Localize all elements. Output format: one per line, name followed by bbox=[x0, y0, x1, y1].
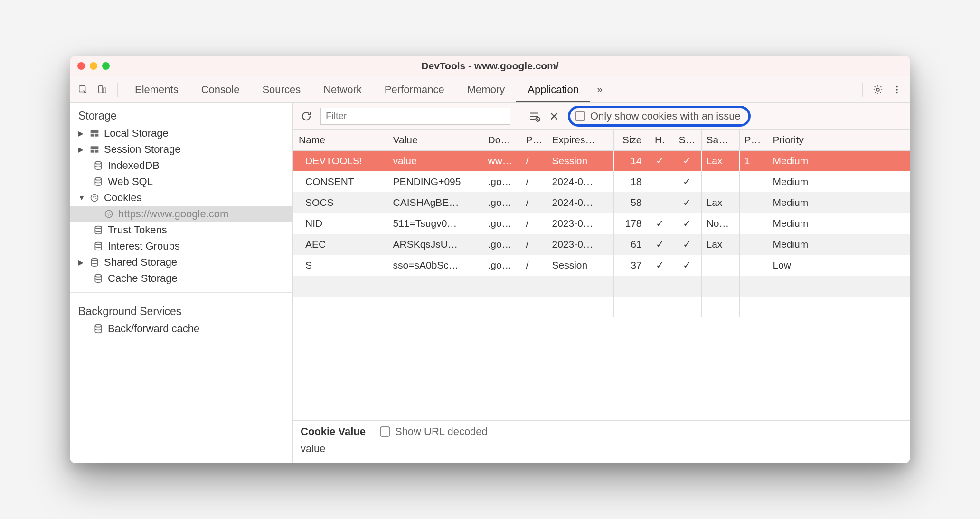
sidebar-item-shared-storage[interactable]: ▶ Shared Storage bbox=[70, 254, 292, 270]
sidebar-item-bfcache[interactable]: Back/forward cache bbox=[70, 321, 292, 337]
tabs-overflow-button[interactable]: » bbox=[590, 83, 609, 96]
svg-point-21 bbox=[107, 213, 108, 213]
col-httponly[interactable]: H. bbox=[647, 130, 673, 150]
table-icon bbox=[89, 145, 100, 154]
traffic-lights bbox=[77, 62, 110, 70]
tab-console[interactable]: Console bbox=[190, 76, 251, 102]
tab-performance[interactable]: Performance bbox=[373, 76, 456, 102]
sidebar-item-websql[interactable]: Web SQL bbox=[70, 174, 292, 190]
cell: Medium bbox=[768, 150, 910, 171]
cell bbox=[739, 255, 768, 276]
sidebar-item-session-storage[interactable]: ▶ Session Storage bbox=[70, 141, 292, 158]
table-row[interactable]: DEVTOOLS!valueww…/Session14✓✓Lax1Medium bbox=[293, 150, 910, 171]
expand-arrow-icon: ▶ bbox=[78, 130, 85, 137]
show-url-decoded-checkbox[interactable]: Show URL decoded bbox=[380, 426, 488, 438]
minimize-window-button[interactable] bbox=[90, 62, 97, 70]
cell: 178 bbox=[613, 213, 647, 234]
separator bbox=[70, 292, 292, 293]
svg-point-25 bbox=[95, 226, 101, 229]
device-toolbar-icon[interactable] bbox=[93, 84, 112, 95]
cell: / bbox=[521, 255, 547, 276]
sidebar-item-trust-tokens[interactable]: Trust Tokens bbox=[70, 222, 292, 238]
col-size[interactable]: Size bbox=[613, 130, 647, 150]
table-row[interactable]: Ssso=sA0bSc….go…/Session37✓✓Low bbox=[293, 255, 910, 276]
cell: .go… bbox=[483, 213, 521, 234]
settings-button[interactable] bbox=[868, 84, 887, 95]
checkbox-icon bbox=[575, 111, 585, 121]
col-value[interactable]: Value bbox=[388, 130, 483, 150]
cell: S bbox=[293, 255, 388, 276]
table-row[interactable]: AECARSKqsJsU….go…/2023-0…61✓✓LaxMedium bbox=[293, 234, 910, 255]
collapse-arrow-icon: ▼ bbox=[78, 194, 85, 202]
cell: Medium bbox=[768, 234, 910, 255]
refresh-button[interactable] bbox=[301, 111, 312, 122]
sidebar-item-cache-storage[interactable]: Cache Storage bbox=[70, 270, 292, 287]
svg-line-34 bbox=[537, 118, 539, 120]
col-secure[interactable]: S… bbox=[673, 130, 701, 150]
sidebar-item-cookie-origin[interactable]: https://www.google.com bbox=[70, 206, 292, 222]
close-window-button[interactable] bbox=[77, 62, 85, 70]
sidebar-item-local-storage[interactable]: ▶ Local Storage bbox=[70, 125, 292, 141]
cell: / bbox=[521, 150, 547, 171]
database-icon bbox=[93, 161, 104, 170]
background-group-label: Background Services bbox=[70, 298, 292, 321]
svg-point-18 bbox=[94, 198, 94, 199]
table-row-empty bbox=[293, 297, 910, 317]
expand-arrow-icon: ▶ bbox=[78, 146, 85, 153]
zoom-window-button[interactable] bbox=[102, 62, 110, 70]
svg-point-29 bbox=[95, 325, 101, 327]
cell: 2024-0… bbox=[547, 192, 613, 213]
cell: 2023-0… bbox=[547, 234, 613, 255]
table-row[interactable]: SOCSCAISHAgBE….go…/2024-0…58✓LaxMedium bbox=[293, 192, 910, 213]
svg-point-20 bbox=[105, 211, 113, 218]
tab-network[interactable]: Network bbox=[312, 76, 373, 102]
cell: Lax bbox=[701, 150, 739, 171]
checkbox-icon bbox=[380, 426, 390, 437]
cell: / bbox=[521, 192, 547, 213]
tab-application[interactable]: Application bbox=[516, 76, 590, 102]
database-icon bbox=[93, 324, 104, 334]
clear-all-button[interactable] bbox=[528, 110, 540, 122]
svg-point-13 bbox=[95, 162, 101, 164]
svg-point-16 bbox=[93, 196, 94, 197]
show-url-decoded-label: Show URL decoded bbox=[395, 426, 488, 438]
tab-memory[interactable]: Memory bbox=[456, 76, 516, 102]
col-samesite[interactable]: Sa… bbox=[701, 130, 739, 150]
svg-point-4 bbox=[896, 85, 898, 87]
col-path[interactable]: P… bbox=[521, 130, 547, 150]
svg-rect-9 bbox=[95, 134, 99, 137]
cell: ✓ bbox=[647, 213, 673, 234]
sidebar-item-interest-groups[interactable]: Interest Groups bbox=[70, 238, 292, 254]
table-header-row: Name Value Do… P… Expires… Size H. S… Sa… bbox=[293, 130, 910, 150]
sidebar-item-label: Back/forward cache bbox=[108, 323, 199, 335]
delete-selected-button[interactable] bbox=[549, 111, 559, 121]
cell: Lax bbox=[701, 234, 739, 255]
col-domain[interactable]: Do… bbox=[483, 130, 521, 150]
filter-input[interactable] bbox=[320, 108, 510, 125]
storage-group-label: Storage bbox=[70, 103, 292, 125]
only-show-issue-checkbox[interactable]: Only show cookies with an issue bbox=[568, 106, 751, 127]
sidebar-item-indexeddb[interactable]: IndexedDB bbox=[70, 158, 292, 174]
cell: ✓ bbox=[673, 150, 701, 171]
more-options-button[interactable] bbox=[887, 84, 906, 95]
tab-sources[interactable]: Sources bbox=[251, 76, 312, 102]
cell: / bbox=[521, 234, 547, 255]
cell: .go… bbox=[483, 171, 521, 192]
col-partition[interactable]: P… bbox=[739, 130, 768, 150]
inspect-element-icon[interactable] bbox=[74, 84, 93, 95]
table-row[interactable]: NID511=Tsugv0….go…/2023-0…178✓✓No…Medium bbox=[293, 213, 910, 234]
cell: / bbox=[521, 171, 547, 192]
col-name[interactable]: Name bbox=[293, 130, 388, 150]
table-row[interactable]: CONSENTPENDING+095.go…/2024-0…18✓Medium bbox=[293, 171, 910, 192]
svg-point-24 bbox=[110, 214, 111, 215]
cell: ✓ bbox=[673, 213, 701, 234]
database-icon bbox=[89, 258, 100, 267]
tab-elements[interactable]: Elements bbox=[123, 76, 190, 102]
col-expires[interactable]: Expires… bbox=[547, 130, 613, 150]
cell: .go… bbox=[483, 234, 521, 255]
col-priority[interactable]: Priority bbox=[768, 130, 910, 150]
sidebar-item-cookies[interactable]: ▼ Cookies bbox=[70, 190, 292, 206]
cell: CONSENT bbox=[293, 171, 388, 192]
cookie-detail-panel: Cookie Value Show URL decoded value bbox=[293, 420, 910, 463]
cell: .go… bbox=[483, 192, 521, 213]
